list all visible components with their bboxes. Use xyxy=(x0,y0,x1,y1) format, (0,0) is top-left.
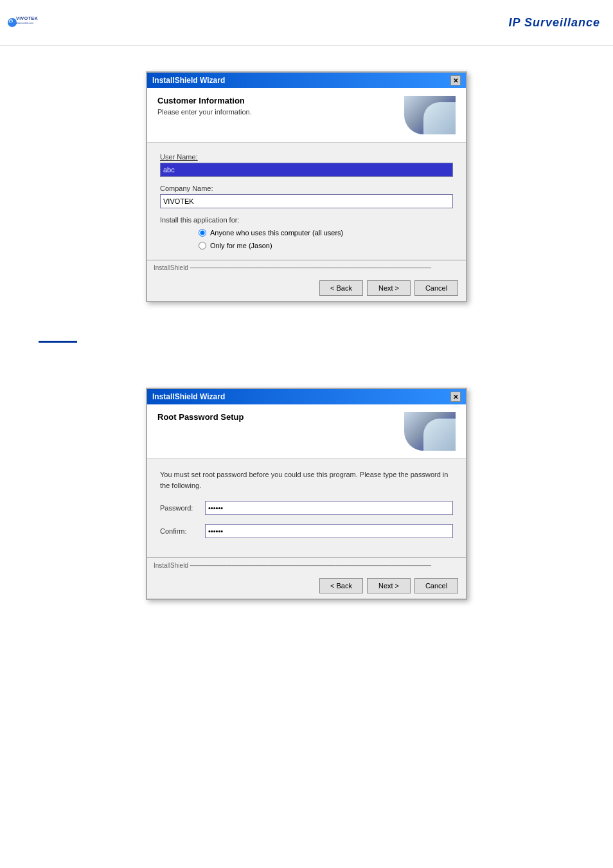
dialog2-cancel-button[interactable]: Cancel xyxy=(414,578,458,593)
company-group: Company Name: xyxy=(160,185,453,208)
dialog2-header: Root Password Setup xyxy=(147,404,466,459)
dialog2-installshield-footer: InstallShield ──────────────────────────… xyxy=(147,557,466,573)
install-for-section: Install this application for: Anyone who… xyxy=(160,216,453,249)
confirm-input[interactable] xyxy=(205,524,453,538)
dialog1-header-image xyxy=(404,96,456,134)
password-label: Password: xyxy=(160,504,199,512)
customer-info-dialog: InstallShield Wizard ✕ Customer Informat… xyxy=(146,71,467,302)
dialog1-close-button[interactable]: ✕ xyxy=(450,75,461,86)
ip-surveillance-label: IP Surveillance xyxy=(509,16,600,30)
radio-all-users-input[interactable] xyxy=(199,229,206,237)
dialog1-header: Customer Information Please enter your i… xyxy=(147,88,466,143)
password-group: Password: xyxy=(160,501,453,515)
radio-current-user-label: Only for me (Jason) xyxy=(210,242,272,249)
dialog1-cancel-button[interactable]: Cancel xyxy=(414,280,458,296)
header: VIVOTEK www.vivotek.com IP Surveillance xyxy=(0,0,613,46)
password-input[interactable] xyxy=(205,501,453,515)
username-group: User Name: xyxy=(160,153,453,177)
radio-current-user-input[interactable] xyxy=(199,242,206,249)
radio-group: Anyone who uses this computer (all users… xyxy=(160,229,453,249)
dialog2-description: You must set root password before you co… xyxy=(160,469,453,491)
svg-text:www.vivotek.com: www.vivotek.com xyxy=(16,22,33,24)
main-content: InstallShield Wizard ✕ Customer Informat… xyxy=(0,46,613,626)
dialog2-titlebar: InstallShield Wizard ✕ xyxy=(147,389,466,404)
logo-area: VIVOTEK www.vivotek.com xyxy=(6,6,45,39)
svg-point-2 xyxy=(10,21,12,23)
dialog2-header-image xyxy=(404,412,456,451)
dialog1-installshield-footer: InstallShield ──────────────────────────… xyxy=(147,260,466,275)
dialog2-section-title: Root Password Setup xyxy=(157,412,404,422)
dialog2-header-text: Root Password Setup xyxy=(157,412,404,424)
dialog1-body: User Name: Company Name: Install this ap… xyxy=(147,143,466,260)
dialog1-titlebar: InstallShield Wizard ✕ xyxy=(147,73,466,88)
dialog1-next-button[interactable]: Next > xyxy=(367,280,411,296)
section-divider xyxy=(39,341,77,343)
dialog1-header-text: Customer Information Please enter your i… xyxy=(157,96,404,116)
dialog2-next-button[interactable]: Next > xyxy=(367,578,411,593)
confirm-group: Confirm: xyxy=(160,524,453,538)
confirm-label: Confirm: xyxy=(160,527,199,535)
company-label: Company Name: xyxy=(160,185,453,192)
dialog2-title: InstallShield Wizard xyxy=(152,392,225,401)
radio-current-user[interactable]: Only for me (Jason) xyxy=(199,242,453,249)
dialog2-back-button[interactable]: < Back xyxy=(319,578,363,593)
dialog2-close-button[interactable]: ✕ xyxy=(450,392,461,402)
username-label: User Name: xyxy=(160,153,453,161)
dialog1-section-title: Customer Information xyxy=(157,96,404,105)
username-input[interactable] xyxy=(160,163,453,177)
install-for-label: Install this application for: xyxy=(160,216,453,224)
password-setup-dialog: InstallShield Wizard ✕ Root Password Set… xyxy=(146,388,467,600)
radio-all-users-label: Anyone who uses this computer (all users… xyxy=(210,229,343,237)
dialog2-body: You must set root password before you co… xyxy=(147,459,466,557)
vivotek-logo: VIVOTEK www.vivotek.com xyxy=(6,6,45,39)
radio-all-users[interactable]: Anyone who uses this computer (all users… xyxy=(199,229,453,237)
company-input[interactable] xyxy=(160,194,453,208)
dialog1-title: InstallShield Wizard xyxy=(152,76,225,85)
svg-text:VIVOTEK: VIVOTEK xyxy=(16,16,38,21)
dialog2-buttons: < Back Next > Cancel xyxy=(147,573,466,599)
dialog1-back-button[interactable]: < Back xyxy=(319,280,363,296)
dialog1-buttons: < Back Next > Cancel xyxy=(147,275,466,301)
dialog1-section-subtitle: Please enter your information. xyxy=(157,108,404,116)
